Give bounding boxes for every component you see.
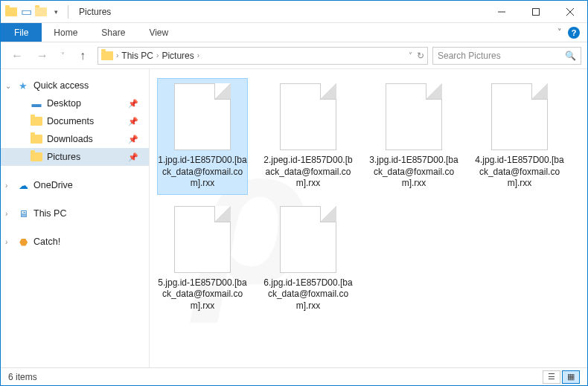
sidebar-item-label: Documents [47, 116, 94, 126]
pin-icon: 📌 [128, 99, 138, 109]
pin-icon: 📌 [128, 152, 138, 162]
sidebar-onedrive[interactable]: › ☁ OneDrive [1, 176, 149, 194]
downloads-icon [31, 133, 42, 145]
file-item[interactable]: 5.jpg.id-1E857D00.[back_data@foxmail.com… [157, 201, 248, 318]
file-name: 5.jpg.id-1E857D00.[back_data@foxmail.com… [157, 277, 248, 312]
file-button[interactable]: File [1, 23, 42, 42]
documents-icon [31, 115, 42, 127]
icons-view-button[interactable]: ▦ [562, 370, 580, 384]
details-view-button[interactable]: ☰ [543, 370, 560, 384]
status-bar: 6 items ☰ ▦ [1, 367, 587, 385]
maximize-button[interactable] [519, 1, 553, 23]
file-name: 6.jpg.id-1E857D00.[back_data@foxmail.com… [263, 277, 354, 312]
sidebar-item-pictures[interactable]: Pictures 📌 [1, 148, 149, 166]
refresh-icon[interactable]: ↻ [417, 51, 424, 61]
recent-chevron-down-icon[interactable]: ˅ [57, 45, 68, 66]
file-item[interactable]: 3.jpg.id-1E857D00.[back_data@foxmail.com… [368, 78, 459, 195]
sidebar-item-label: Pictures [47, 152, 80, 162]
breadcrumb-pictures[interactable]: Pictures [162, 51, 194, 61]
caret-icon: › [5, 210, 7, 218]
address-bar[interactable]: › This PC › Pictures › ˅ ↻ [98, 47, 428, 65]
chevron-right-icon: › [156, 51, 159, 59]
sidebar-item-label: This PC [33, 208, 66, 219]
tab-share[interactable]: Share [89, 23, 137, 42]
caret-icon: ⌄ [5, 82, 11, 90]
file-name: 3.jpg.id-1E857D00.[back_data@foxmail.com… [368, 155, 459, 190]
qat-chevron-down-icon[interactable]: ▾ [50, 6, 62, 18]
star-icon: ★ [17, 80, 29, 91]
chevron-right-icon: › [197, 51, 199, 59]
file-icon [174, 206, 231, 273]
file-item[interactable]: 4.jpg.id-1E857D00.[back_data@foxmail.com… [474, 78, 565, 195]
pin-icon: 📌 [128, 117, 138, 126]
navigation-pane: ⌄ ★ Quick access ▬ Desktop 📌 Documents 📌… [1, 69, 150, 367]
close-button[interactable] [553, 1, 587, 23]
search-input[interactable]: Search Pictures 🔍 [432, 47, 581, 65]
tab-view[interactable]: View [137, 23, 180, 42]
sidebar-item-desktop[interactable]: ▬ Desktop 📌 [1, 94, 149, 112]
file-icon [386, 83, 442, 150]
sidebar-quick-access[interactable]: ⌄ ★ Quick access [1, 77, 149, 94]
sidebar-item-documents[interactable]: Documents 📌 [1, 112, 149, 130]
app-icon [5, 6, 17, 18]
file-item[interactable]: 2.jpeg.id-1E857D00.[back_data@foxmail.co… [263, 78, 354, 195]
file-icon [174, 83, 231, 150]
search-icon: 🔍 [565, 51, 576, 61]
sidebar-item-label: Catch! [33, 237, 60, 247]
back-button[interactable]: ← [7, 45, 28, 66]
file-item[interactable]: 1.jpg.id-1E857D00.[back_data@foxmail.com… [157, 78, 248, 195]
file-icon [280, 206, 336, 273]
file-icon [280, 83, 336, 150]
status-count: 6 items [8, 372, 37, 382]
sidebar-item-downloads[interactable]: Downloads 📌 [1, 130, 149, 148]
desktop-icon: ▬ [31, 97, 42, 109]
ribbon-expand-icon[interactable]: ˅ [557, 28, 562, 37]
file-name: 4.jpg.id-1E857D00.[back_data@foxmail.com… [474, 155, 565, 190]
search-placeholder: Search Pictures [438, 51, 565, 61]
pin-icon: 📌 [128, 135, 138, 144]
sidebar-item-label: Downloads [47, 134, 93, 144]
sidebar-this-pc[interactable]: › 🖥 This PC [1, 205, 149, 222]
address-toolbar: ← → ˅ ↑ › This PC › Pictures › ˅ ↻ Searc… [1, 42, 587, 69]
file-pane[interactable]: 1.jpg.id-1E857D00.[back_data@foxmail.com… [150, 69, 587, 367]
breadcrumb-thispc[interactable]: This PC [121, 51, 153, 61]
sidebar-item-label: Desktop [47, 98, 81, 109]
sidebar-item-label: OneDrive [33, 180, 73, 190]
up-button[interactable]: ↑ [72, 45, 93, 66]
onedrive-icon: ☁ [17, 179, 29, 191]
address-chevron-down-icon[interactable]: ˅ [409, 51, 412, 59]
window-title: Pictures [79, 7, 111, 17]
pictures-icon [31, 151, 42, 163]
file-icon [491, 83, 548, 150]
minimize-button[interactable] [485, 1, 519, 23]
title-bar: ▭ ▾ Pictures [1, 1, 587, 23]
caret-icon: › [5, 238, 7, 246]
sidebar-catch[interactable]: › ⬣ Catch! [1, 233, 149, 251]
help-icon[interactable]: ? [568, 27, 580, 39]
pc-icon: 🖥 [17, 208, 29, 219]
catch-icon: ⬣ [17, 236, 29, 248]
qat-properties-icon[interactable]: ▭ [20, 6, 32, 18]
sidebar-item-label: Quick access [33, 80, 89, 91]
file-name: 1.jpg.id-1E857D00.[back_data@foxmail.com… [157, 155, 248, 190]
pictures-icon [101, 50, 113, 62]
qat-newfolder-icon[interactable] [35, 6, 47, 18]
tab-home[interactable]: Home [42, 23, 89, 42]
caret-icon: › [5, 181, 7, 190]
chevron-right-icon: › [116, 51, 118, 59]
file-name: 2.jpeg.id-1E857D00.[back_data@foxmail.co… [263, 155, 354, 190]
forward-button[interactable]: → [32, 45, 53, 66]
file-item[interactable]: 6.jpg.id-1E857D00.[back_data@foxmail.com… [263, 201, 354, 318]
ribbon: File Home Share View ˅ ? [1, 23, 587, 42]
svg-rect-1 [533, 8, 540, 15]
